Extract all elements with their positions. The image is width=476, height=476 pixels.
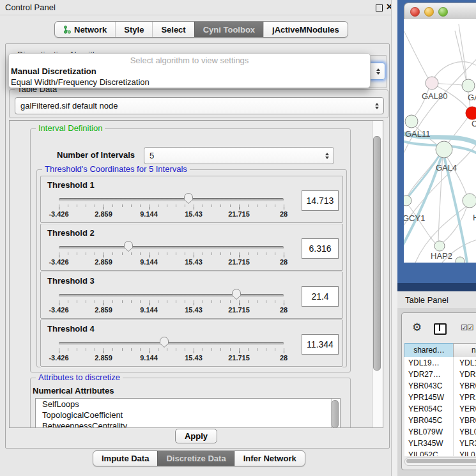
tick-label: 9.144 [140,258,158,266]
popup-option-equal-width[interactable]: Equal Width/Frequency Discretization [9,77,370,87]
table-row[interactable]: YDL19…YDL1 [404,357,476,369]
tab-style[interactable]: Style [115,22,152,37]
threshold-1-slider[interactable] [59,198,284,201]
float-window-button[interactable] [376,4,383,12]
tab-network[interactable]: Network [55,22,115,37]
table-data-value: galFiltered.sif default node [15,101,375,111]
threshold-2-value-field[interactable]: 6.316 [302,238,339,259]
threshold-3-slider-thumb[interactable] [231,288,242,300]
panel-title: Control Panel [5,3,56,12]
list-item[interactable]: BetweennessCentrality [36,420,340,428]
node-top-right[interactable] [462,79,475,92]
attributes-list-scrollbar-thumb[interactable] [332,400,339,428]
threshold-4-slider[interactable] [59,342,284,345]
table-row[interactable]: YBR045CYBR0 [404,415,476,426]
tick-label: 2.859 [95,258,112,266]
threshold-3-label: Threshold 3 [47,276,95,286]
node-selected-red[interactable] [466,107,476,119]
table-row[interactable]: YPR145WYPR1 [404,392,476,403]
node-label: H [473,213,476,222]
table-row[interactable]: YIL052CYIL0 [404,449,476,456]
popup-option-manual[interactable]: Manual Discretization [9,65,370,77]
tab-cyni-toolbox[interactable]: Cyni Toolbox [194,22,263,37]
control-panel-titlebar: Control Panel ✕ [0,0,391,15]
attributes-group-title: Attributes to discretize [36,373,123,382]
tick-label: 15.43 [185,258,203,266]
node-gal4[interactable] [436,141,452,158]
tick-label: 9.144 [140,354,158,362]
select-columns-checkboxes-icon[interactable]: ☑☑ [461,323,473,332]
table-row[interactable]: YBL079WYBL0 [404,426,476,438]
table-data-combobox[interactable]: galFiltered.sif default node [15,97,384,114]
tab-select[interactable]: Select [152,22,194,37]
threshold-2-slider-thumb[interactable] [123,240,134,252]
column-layout-icon[interactable] [434,323,447,335]
threshold-3-slider[interactable] [59,294,284,297]
tab-impute-data[interactable]: Impute Data [93,451,157,466]
network-canvas[interactable]: GAL80 GA C GAL11 GAL4 GCY1 H HAP2 [404,19,476,263]
zoom-window-icon[interactable] [438,7,448,17]
list-item[interactable]: SelfLoops [36,399,340,410]
tick-label: 21.715 [228,354,250,362]
node-right-h[interactable] [463,194,476,208]
threshold-3-value-field[interactable]: 21.4 [302,286,339,307]
tick-label: 2.859 [95,210,112,218]
settings-scrollbar-thumb[interactable] [373,136,381,371]
apply-button[interactable]: Apply [175,429,217,443]
node-label: HAP2 [431,251,452,261]
table-row[interactable]: YER054CYER0 [404,403,476,415]
table-row[interactable]: YDR27…YDR2 [404,369,476,380]
threshold-1-slider-thumb[interactable] [183,192,194,204]
node-label: GAL4 [436,163,457,173]
tick-label: 9.144 [140,306,158,314]
node-bottom[interactable] [456,257,464,263]
tick-label: -3.426 [49,354,68,362]
tick-label: 15.43 [185,354,203,362]
threshold-1-value-field[interactable]: 14.713 [302,190,339,211]
table-panel-title: Table Panel [405,295,449,305]
threshold-1-label: Threshold 1 [47,180,95,190]
tab-network-label: Network [74,25,107,35]
tick-label: -3.426 [49,258,68,266]
list-item[interactable]: TopologicalCoefficient [36,410,340,420]
table-panel-titlebar: Table Panel [397,291,476,309]
tick-label: 15.43 [185,210,203,218]
node-label: GCY1 [404,213,425,223]
bottom-tab-bar: Impute Data Discretize Data Infer Networ… [93,450,305,466]
table-data-group: Table Data galFiltered.sif default node [9,89,388,118]
tick-label: 21.715 [228,210,250,218]
attributes-list: SelfLoops TopologicalCoefficient Between… [35,398,341,428]
table-hscrollbar-thumb[interactable] [406,459,476,463]
table-rows: YDL19…YDL1 YDR27…YDR2 YBR043CYBR0 YPR145… [404,357,476,456]
combo-stepper-icon [325,153,329,159]
node-gal80[interactable] [426,77,438,89]
node-gal11[interactable] [405,115,418,128]
table-row[interactable]: YBR043CYBR0 [404,380,476,392]
threshold-2-slider[interactable] [59,246,284,249]
tab-discretize-data[interactable]: Discretize Data [157,451,234,466]
table-settings-gear-icon[interactable]: ⚙ [412,321,422,334]
node-label: GAL80 [422,91,447,101]
tab-jactivemnodules[interactable]: jActiveMNodules [263,22,348,37]
threshold-4-panel: Threshold 4 -3.426 2.859 9.144 15.43 21.… [40,319,343,367]
threshold-4-value-field[interactable]: 11.344 [302,334,339,355]
minimize-window-icon[interactable] [424,7,434,17]
tick-label: 2.859 [95,306,112,314]
tick-label: 9.144 [140,210,158,218]
tab-infer-network[interactable]: Infer Network [234,451,305,466]
num-intervals-combobox[interactable]: 5 [144,147,334,164]
node-gcy1[interactable] [404,196,411,206]
threshold-4-label: Threshold 4 [47,324,95,334]
close-window-icon[interactable] [410,7,420,17]
node-hap2[interactable] [434,241,445,251]
network-icon [63,26,71,34]
algorithm-dropdown-popup: Select algorithm to view settings Manual… [8,53,371,88]
network-window-titlebar[interactable] [404,3,476,20]
threshold-4-slider-thumb[interactable] [159,336,169,348]
table-row[interactable]: YLR345WYLR3 [404,438,476,449]
tick-label: 15.43 [185,306,203,314]
table-horizontal-scrollbar[interactable] [404,457,476,466]
tick-label: 28 [280,210,288,218]
column-header-name[interactable]: na [453,343,476,358]
column-header-shared-name[interactable]: shared… [404,343,454,358]
